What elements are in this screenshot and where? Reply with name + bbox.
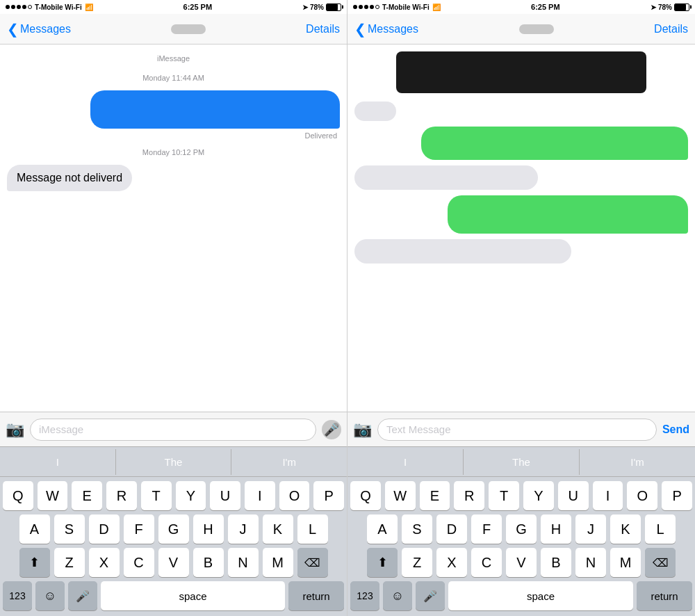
- right-emoji-key[interactable]: ☺: [383, 581, 412, 610]
- left-key-p[interactable]: P: [313, 481, 344, 510]
- left-delete-key[interactable]: ⌫: [297, 548, 328, 577]
- left-key-v[interactable]: V: [158, 548, 189, 577]
- right-back-button[interactable]: ❮ Messages: [354, 22, 418, 36]
- left-key-r[interactable]: R: [106, 481, 137, 510]
- right-key-r[interactable]: R: [454, 481, 484, 510]
- left-key-k[interactable]: K: [263, 514, 293, 544]
- left-key-o[interactable]: O: [279, 481, 310, 510]
- right-key-u[interactable]: U: [558, 481, 589, 510]
- left-space-key[interactable]: space: [101, 581, 285, 610]
- left-emoji-key[interactable]: ☺: [35, 581, 65, 610]
- left-key-e[interactable]: E: [72, 481, 102, 510]
- right-battery-percent: 78%: [658, 3, 672, 11]
- right-input-bar: 📷 Text Message Send: [348, 412, 695, 446]
- received-bubble: Message not deliverd: [7, 165, 132, 191]
- left-key-g[interactable]: G: [158, 514, 189, 544]
- right-key-d[interactable]: D: [436, 514, 467, 544]
- right-key-l[interactable]: L: [645, 514, 676, 544]
- right-mic-key[interactable]: 🎤: [416, 581, 445, 610]
- right-delete-key[interactable]: ⌫: [645, 548, 676, 577]
- right-key-c[interactable]: C: [471, 548, 502, 577]
- right-key-o[interactable]: O: [627, 481, 657, 510]
- left-bottom-row: 123 ☺ 🎤 space return: [0, 577, 347, 616]
- right-key-m[interactable]: M: [610, 548, 641, 577]
- left-suggestion-the[interactable]: The: [116, 449, 232, 475]
- right-key-z[interactable]: Z: [402, 548, 432, 577]
- left-camera-icon[interactable]: 📷: [6, 421, 24, 439]
- right-key-x[interactable]: X: [436, 548, 467, 577]
- right-key-j[interactable]: J: [575, 514, 606, 544]
- right-key-a[interactable]: A: [367, 514, 398, 544]
- left-key-t[interactable]: T: [141, 481, 172, 510]
- right-key-h[interactable]: H: [541, 514, 571, 544]
- right-key-b[interactable]: B: [541, 548, 571, 577]
- left-mic-icon[interactable]: 🎤: [322, 420, 341, 439]
- left-messages-link: Messages: [20, 23, 71, 35]
- left-key-y[interactable]: Y: [176, 481, 206, 510]
- left-key-f[interactable]: F: [124, 514, 154, 544]
- left-key-j[interactable]: J: [228, 514, 259, 544]
- left-suggestion-i[interactable]: I: [0, 449, 116, 475]
- left-key-z[interactable]: Z: [54, 548, 85, 577]
- right-camera-icon[interactable]: 📷: [353, 421, 372, 439]
- left-key-w[interactable]: W: [38, 481, 68, 510]
- right-messages-area: [348, 44, 695, 412]
- right-key-p[interactable]: P: [662, 481, 692, 510]
- left-status-right: ➤ 78%: [302, 3, 341, 11]
- left-key-b[interactable]: B: [193, 548, 224, 577]
- right-key-q[interactable]: Q: [350, 481, 381, 510]
- left-num-key[interactable]: 123: [3, 581, 32, 610]
- right-key-y[interactable]: Y: [523, 481, 554, 510]
- left-key-x[interactable]: X: [89, 548, 120, 577]
- left-nav-bar: ❮ Messages Details: [0, 14, 347, 44]
- right-key-n[interactable]: N: [575, 548, 606, 577]
- left-status-bar: T-Mobile Wi-Fi 📶 6:25 PM ➤ 78%: [0, 0, 347, 14]
- right-suggestion-im[interactable]: I'm: [580, 449, 695, 475]
- left-key-s[interactable]: S: [54, 514, 85, 544]
- battery-icon: [326, 3, 341, 11]
- right-key-w[interactable]: W: [385, 481, 416, 510]
- left-key-m[interactable]: M: [263, 548, 293, 577]
- left-key-n[interactable]: N: [228, 548, 259, 577]
- left-key-a[interactable]: A: [19, 514, 50, 544]
- right-key-t[interactable]: T: [489, 481, 519, 510]
- right-num-key[interactable]: 123: [350, 581, 379, 610]
- left-back-button[interactable]: ❮ Messages: [7, 22, 71, 36]
- right-return-key[interactable]: return: [637, 581, 692, 610]
- left-suggestion-im[interactable]: I'm: [231, 449, 347, 475]
- right-key-f[interactable]: F: [471, 514, 502, 544]
- right-key-k[interactable]: K: [610, 514, 641, 544]
- right-key-row-2: A S D F G H J K L: [348, 510, 695, 544]
- left-suggestions-bar: I The I'm: [0, 446, 347, 477]
- right-key-i[interactable]: I: [593, 481, 623, 510]
- left-message-input[interactable]: iMessage: [30, 419, 316, 441]
- left-key-l[interactable]: L: [297, 514, 328, 544]
- left-key-i[interactable]: I: [245, 481, 275, 510]
- right-shift-key[interactable]: ⬆: [367, 548, 398, 577]
- right-key-g[interactable]: G: [506, 514, 537, 544]
- left-key-d[interactable]: D: [89, 514, 120, 544]
- left-mic-key[interactable]: 🎤: [68, 581, 97, 610]
- right-key-v[interactable]: V: [506, 548, 537, 577]
- left-phone: T-Mobile Wi-Fi 📶 6:25 PM ➤ 78% ❮ Message…: [0, 0, 348, 616]
- left-shift-key[interactable]: ⬆: [19, 548, 50, 577]
- left-return-key[interactable]: return: [288, 581, 344, 610]
- left-key-q[interactable]: Q: [3, 481, 33, 510]
- right-key-e[interactable]: E: [420, 481, 450, 510]
- right-suggestion-i[interactable]: I: [348, 449, 464, 475]
- left-key-h[interactable]: H: [193, 514, 224, 544]
- right-suggestion-the[interactable]: The: [464, 449, 580, 475]
- left-messages-area: iMessage Monday 11:44 AM Delivered Monda…: [0, 44, 347, 412]
- blurred-block: [396, 51, 646, 93]
- right-space-key[interactable]: space: [448, 581, 633, 610]
- right-send-button[interactable]: Send: [662, 423, 689, 436]
- left-key-c[interactable]: C: [124, 548, 154, 577]
- left-key-u[interactable]: U: [210, 481, 240, 510]
- wifi-icon: 📶: [85, 3, 93, 11]
- right-key-s[interactable]: S: [402, 514, 432, 544]
- left-time: 6:25 PM: [183, 3, 213, 11]
- right-details-button[interactable]: Details: [654, 23, 688, 35]
- left-details-button[interactable]: Details: [306, 23, 340, 35]
- right-status-bar: T-Mobile Wi-Fi 📶 6:25 PM ➤ 78%: [348, 0, 695, 14]
- right-message-input[interactable]: Text Message: [377, 419, 657, 441]
